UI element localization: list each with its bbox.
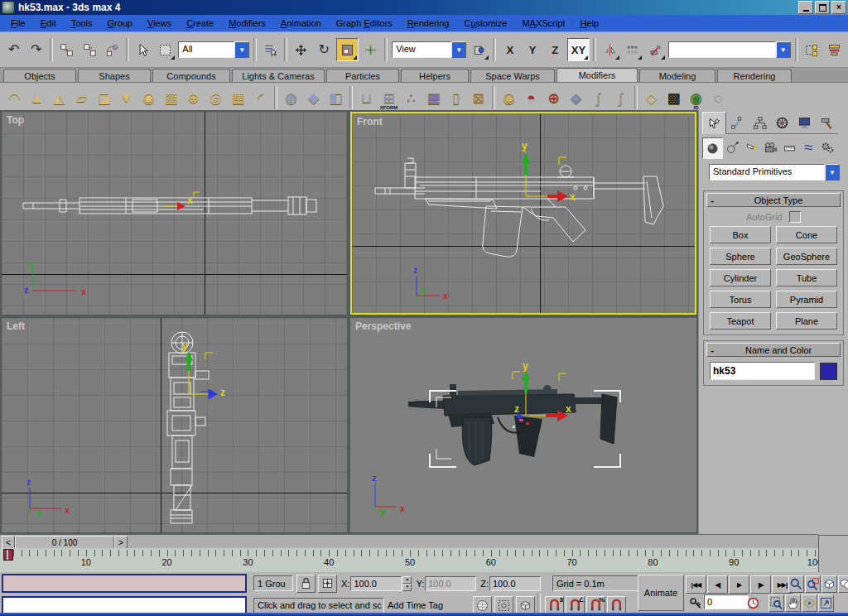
mirror-modifier-icon[interactable]: ◧ — [325, 86, 347, 109]
viewport-perspective[interactable]: Perspective — [350, 318, 696, 532]
tab-modifiers[interactable]: Modifiers — [556, 68, 638, 82]
uvw-checker-modifier-icon[interactable]: ▩ — [662, 86, 685, 109]
select-and-link-icon[interactable] — [56, 39, 77, 60]
material-id-modifier-icon[interactable]: ◉ID — [685, 86, 707, 109]
name-and-color-rollout-header[interactable]: - Name and Color — [706, 343, 841, 357]
motion-tab[interactable] — [771, 112, 793, 134]
lattice-modifier-icon[interactable]: ▦ — [227, 86, 249, 109]
tab-shapes[interactable]: Shapes — [78, 69, 151, 82]
stretch-modifier-icon[interactable]: ◪ — [93, 86, 115, 109]
play-animation-button[interactable]: ▶ — [729, 575, 749, 594]
time-slider-prev-button[interactable]: < — [2, 536, 15, 549]
lattice-grid-modifier-icon[interactable]: ▦ — [422, 86, 445, 109]
viewport-perspective-label[interactable]: Perspective — [355, 320, 411, 332]
use-pivot-point-center-icon[interactable] — [469, 39, 489, 60]
tab-compounds[interactable]: Compounds — [152, 69, 230, 82]
close-button[interactable]: × — [831, 1, 846, 14]
delete-mesh-modifier-icon[interactable]: ⊔ — [355, 86, 378, 109]
modify-tab[interactable] — [726, 112, 749, 134]
chevron-down-icon[interactable]: ▼ — [451, 41, 466, 58]
menu-animation[interactable]: Animation — [273, 17, 329, 30]
xform-modifier-icon[interactable]: ⊞XFORM — [378, 86, 400, 109]
hierarchy-tab[interactable] — [749, 112, 771, 134]
primitive-button-box[interactable]: Box — [710, 226, 771, 243]
add-time-tag-button[interactable]: Add Time Tag — [384, 599, 470, 613]
display-tab[interactable] — [793, 112, 816, 134]
object-name-field[interactable]: hk53 — [710, 362, 815, 380]
spline-vertex-modifier-icon[interactable]: ∫ — [610, 86, 632, 109]
relax-modifier-icon[interactable]: ◉ — [137, 86, 160, 109]
restrict-y-button[interactable]: Y — [522, 39, 542, 60]
angle-snap-icon[interactable]: ∠ — [566, 596, 585, 614]
primitive-button-geosphere[interactable]: GeoSphere — [776, 248, 837, 265]
subcategory-dropdown[interactable]: Standard Primitives ▼ — [709, 164, 840, 180]
create-tab[interactable] — [702, 112, 726, 134]
systems-category[interactable] — [818, 137, 837, 157]
restrict-z-button[interactable]: Z — [545, 39, 566, 60]
viewport-top-label[interactable]: Top — [7, 114, 24, 126]
zoom-icon[interactable] — [788, 575, 804, 593]
patch-dome-modifier-icon[interactable]: ◓ — [520, 86, 542, 109]
space-warps-category[interactable]: ≈ — [799, 137, 818, 157]
cameras-category[interactable] — [761, 137, 780, 157]
y-coordinate-field[interactable]: 100.0 — [425, 576, 476, 591]
chevron-down-icon[interactable]: ▼ — [825, 164, 840, 180]
geometry-category[interactable] — [702, 137, 723, 159]
tab-lights-cameras[interactable]: Lights & Cameras — [232, 69, 325, 82]
ripple-modifier-icon[interactable]: ◎ — [205, 86, 227, 109]
dotted-region-icon[interactable] — [494, 596, 513, 614]
quad-patch-modifier-icon[interactable]: ◈ — [565, 86, 587, 109]
primitive-button-cone[interactable]: Cone — [776, 226, 837, 243]
gizmo-box-modifier-icon[interactable]: ⊠ — [467, 86, 489, 109]
align-icon[interactable] — [644, 39, 665, 60]
menu-tools[interactable]: Tools — [64, 17, 100, 30]
select-and-rotate-icon[interactable]: ↻ — [314, 39, 335, 60]
zoom-all-icon[interactable] — [805, 575, 821, 593]
time-slider-position-marker[interactable] — [3, 549, 13, 561]
redo-icon[interactable]: ↷ — [26, 39, 46, 60]
restrict-x-button[interactable]: X — [499, 39, 520, 60]
select-and-scale-icon[interactable] — [336, 38, 359, 61]
chevron-down-icon[interactable]: ▼ — [234, 41, 249, 58]
menu-modifiers[interactable]: Modifiers — [221, 17, 273, 30]
time-slider-next-button[interactable]: > — [114, 536, 128, 549]
menu-graph-editors[interactable]: Graph Editors — [329, 17, 400, 30]
next-frame-button[interactable]: |▶ — [750, 575, 771, 594]
x-coordinate-spinner[interactable]: ▲▼ — [402, 576, 412, 591]
object-color-swatch[interactable] — [820, 363, 837, 380]
mirror-icon[interactable] — [600, 39, 620, 60]
squeeze-modifier-icon[interactable]: ▼ — [115, 86, 137, 109]
track-bar[interactable]: 102030405060708090100 — [0, 548, 818, 573]
x-coordinate-field[interactable]: 100.0 — [350, 576, 402, 591]
degradation-override-icon[interactable] — [473, 596, 492, 614]
track-view-icon[interactable] — [802, 39, 822, 60]
tab-space-warps[interactable]: Space Warps — [470, 69, 555, 82]
window-crossing-toggle-icon[interactable] — [516, 596, 535, 614]
spray-modifier-icon[interactable]: ▯ — [445, 86, 467, 109]
spherify-modifier-icon[interactable]: ⊕ — [182, 86, 205, 109]
percent-snap-icon[interactable]: % — [586, 596, 605, 614]
primitive-button-pyramid[interactable]: Pyramid — [776, 291, 837, 308]
primitive-button-teapot[interactable]: Teapot — [710, 312, 771, 330]
ffd-circle-modifier-icon[interactable]: ⊕ — [542, 86, 565, 109]
min-max-toggle-icon[interactable] — [818, 594, 834, 612]
ffd-sphere-modifier-icon[interactable]: ◉ — [498, 86, 520, 109]
select-by-name-icon[interactable] — [260, 39, 281, 60]
bend-modifier-icon[interactable]: ◠ — [3, 86, 26, 109]
maxscript-mini-listener-macro[interactable] — [2, 574, 247, 593]
menu-create[interactable]: Create — [179, 17, 221, 30]
uvw-xform-modifier-icon[interactable]: ◇ — [640, 86, 662, 109]
menu-views[interactable]: Views — [140, 17, 179, 30]
object-type-rollout-header[interactable]: - Object Type — [706, 193, 841, 207]
menu-edit[interactable]: Edit — [33, 17, 64, 30]
skew-modifier-icon[interactable]: ▱ — [70, 86, 93, 109]
zoom-extents-all-icon[interactable] — [838, 575, 848, 593]
menu-customize[interactable]: Customize — [456, 17, 514, 30]
title-bar[interactable]: hk53.max - 3ds max 4 × — [0, 0, 848, 15]
animate-button[interactable]: Animate — [638, 575, 684, 611]
region-zoom-icon[interactable] — [768, 594, 784, 612]
time-configuration-button[interactable] — [744, 594, 762, 611]
tube-bend-modifier-icon[interactable]: ◜ — [249, 86, 272, 109]
schematic-view-icon[interactable] — [824, 39, 845, 60]
primitive-button-cylinder[interactable]: Cylinder — [710, 269, 771, 286]
